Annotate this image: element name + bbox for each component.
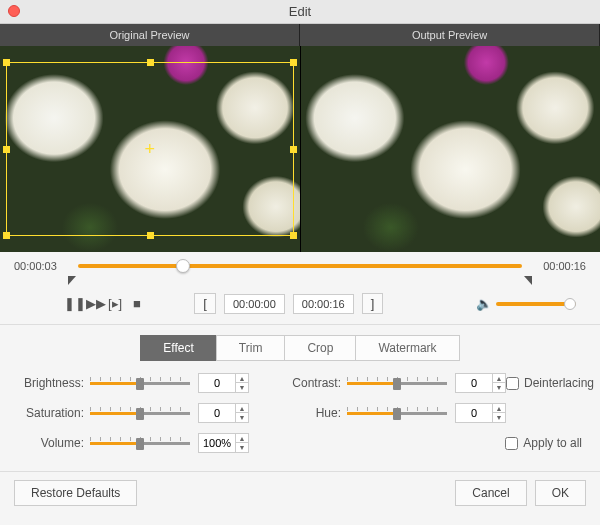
hue-slider[interactable] xyxy=(347,407,447,419)
brightness-spinner[interactable]: ▲▼ xyxy=(198,373,249,393)
volume-thumb[interactable] xyxy=(564,298,576,310)
deinterlacing-checkbox[interactable]: Deinterlacing xyxy=(506,376,594,390)
pause-button[interactable]: ❚❚ xyxy=(64,296,78,311)
volume-up[interactable]: ▲ xyxy=(236,434,248,443)
deinterlacing-input[interactable] xyxy=(506,377,519,390)
saturation-spinner[interactable]: ▲▼ xyxy=(198,403,249,423)
tab-trim[interactable]: Trim xyxy=(216,335,286,361)
crop-handle-bl[interactable] xyxy=(3,232,10,239)
hue-input[interactable] xyxy=(456,407,492,419)
crop-handle-tr[interactable] xyxy=(290,59,297,66)
preview-area: + xyxy=(0,46,600,252)
playback-controls: ❚❚ ▶▶ [▸] ■ [ 00:00:00 00:00:16 ] 🔈 xyxy=(0,287,600,325)
trim-out-time[interactable]: 00:00:16 xyxy=(293,294,354,314)
original-preview[interactable]: + xyxy=(0,46,301,252)
crop-rectangle[interactable]: + xyxy=(6,62,294,236)
fast-forward-button[interactable]: ▶▶ xyxy=(86,296,100,311)
close-window-button[interactable] xyxy=(8,5,20,17)
volume-input[interactable] xyxy=(199,437,235,449)
original-preview-label: Original Preview xyxy=(0,24,300,46)
timeline-current-time: 00:00:03 xyxy=(14,260,68,272)
volume-spinner[interactable]: ▲▼ xyxy=(198,433,249,453)
contrast-slider[interactable] xyxy=(347,377,447,389)
saturation-slider[interactable] xyxy=(90,407,190,419)
timeline-thumb[interactable] xyxy=(176,259,190,273)
contrast-spinner[interactable]: ▲▼ xyxy=(455,373,506,393)
effect-tabs: Effect Trim Crop Watermark xyxy=(0,325,600,369)
hue-down[interactable]: ▼ xyxy=(493,413,505,422)
hue-label: Hue: xyxy=(275,406,347,420)
saturation-down[interactable]: ▼ xyxy=(236,413,248,422)
contrast-up[interactable]: ▲ xyxy=(493,374,505,383)
timeline: 00:00:03 00:00:16 xyxy=(0,252,600,287)
cancel-button[interactable]: Cancel xyxy=(455,480,526,506)
footer: Restore Defaults Cancel OK xyxy=(0,471,600,514)
volume-down[interactable]: ▼ xyxy=(236,443,248,452)
volume-icon[interactable]: 🔈 xyxy=(476,296,490,311)
apply-to-all-input[interactable] xyxy=(505,437,518,450)
apply-to-all-label: Apply to all xyxy=(523,436,582,450)
timeline-track[interactable] xyxy=(78,264,522,268)
contrast-input[interactable] xyxy=(456,377,492,389)
brightness-down[interactable]: ▼ xyxy=(236,383,248,392)
apply-to-all-checkbox[interactable]: Apply to all xyxy=(505,436,582,450)
crop-handle-tm[interactable] xyxy=(147,59,154,66)
window-traffic-lights xyxy=(8,5,20,17)
crop-handle-tl[interactable] xyxy=(3,59,10,66)
stop-button[interactable]: ■ xyxy=(130,296,144,311)
brightness-label: Brightness: xyxy=(18,376,90,390)
titlebar: Edit xyxy=(0,0,600,24)
saturation-input[interactable] xyxy=(199,407,235,419)
tab-effect[interactable]: Effect xyxy=(140,335,216,361)
tab-crop[interactable]: Crop xyxy=(284,335,356,361)
effects-panel: Brightness: ▲▼ Contrast: ▲▼ Deinterlacin… xyxy=(0,369,600,471)
set-trim-out-button[interactable]: ] xyxy=(362,293,384,314)
crop-handle-bm[interactable] xyxy=(147,232,154,239)
contrast-label: Contrast: xyxy=(275,376,347,390)
crop-center-icon: + xyxy=(142,141,158,157)
contrast-down[interactable]: ▼ xyxy=(493,383,505,392)
crop-handle-ml[interactable] xyxy=(3,146,10,153)
timeline-duration: 00:00:16 xyxy=(532,260,586,272)
trim-end-marker[interactable] xyxy=(524,276,532,285)
ok-button[interactable]: OK xyxy=(535,480,586,506)
step-button[interactable]: [▸] xyxy=(108,296,122,311)
volume-slider[interactable] xyxy=(496,302,576,306)
brightness-slider[interactable] xyxy=(90,377,190,389)
crop-handle-mr[interactable] xyxy=(290,146,297,153)
crop-handle-br[interactable] xyxy=(290,232,297,239)
window-title: Edit xyxy=(289,4,311,19)
output-preview xyxy=(301,46,601,252)
trim-start-marker[interactable] xyxy=(68,276,76,285)
volume-label: Volume: xyxy=(18,436,90,450)
deinterlacing-label: Deinterlacing xyxy=(524,376,594,390)
restore-defaults-button[interactable]: Restore Defaults xyxy=(14,480,137,506)
trim-in-time[interactable]: 00:00:00 xyxy=(224,294,285,314)
hue-spinner[interactable]: ▲▼ xyxy=(455,403,506,423)
tab-watermark[interactable]: Watermark xyxy=(355,335,459,361)
hue-up[interactable]: ▲ xyxy=(493,404,505,413)
set-trim-in-button[interactable]: [ xyxy=(194,293,216,314)
volume-effect-slider[interactable] xyxy=(90,437,190,449)
brightness-input[interactable] xyxy=(199,377,235,389)
output-preview-label: Output Preview xyxy=(300,24,600,46)
saturation-up[interactable]: ▲ xyxy=(236,404,248,413)
preview-headers: Original Preview Output Preview xyxy=(0,24,600,46)
saturation-label: Saturation: xyxy=(18,406,90,420)
brightness-up[interactable]: ▲ xyxy=(236,374,248,383)
